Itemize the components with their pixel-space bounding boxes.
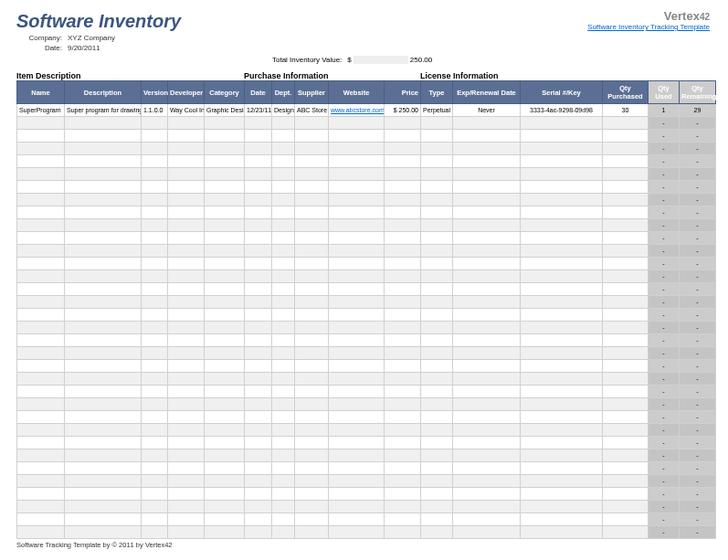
cell[interactable] [521,360,603,373]
table-row[interactable]: -- [17,513,716,526]
website-link[interactable]: www.abcstore.com [331,107,385,113]
cell[interactable]: - [649,437,680,449]
cell[interactable] [205,513,245,526]
cell[interactable] [421,194,453,206]
cell[interactable] [272,386,295,398]
cell[interactable] [329,398,385,411]
cell[interactable] [453,488,521,501]
cell[interactable]: - [649,360,680,373]
cell[interactable] [385,245,421,258]
cell[interactable] [245,501,272,513]
cell[interactable] [17,143,65,155]
cell-version[interactable]: 1.1.0.0 [142,104,168,117]
cell[interactable] [385,143,421,155]
cell[interactable] [385,117,421,130]
cell[interactable] [65,155,142,168]
cell[interactable] [272,219,295,232]
cell[interactable] [329,449,385,462]
cell[interactable] [603,130,649,143]
cell[interactable] [17,386,65,398]
cell[interactable] [385,232,421,245]
cell[interactable] [272,360,295,373]
cell[interactable] [205,117,245,130]
cell[interactable]: - [649,398,680,411]
cell[interactable] [205,219,245,232]
cell[interactable] [421,386,453,398]
cell[interactable] [205,501,245,513]
cell[interactable]: - [649,206,680,219]
cell[interactable]: - [680,232,716,245]
cell[interactable] [421,219,453,232]
cell[interactable] [603,245,649,258]
table-row[interactable]: -- [17,347,716,360]
cell[interactable] [385,398,421,411]
cell[interactable] [329,130,385,143]
cell[interactable] [65,168,142,181]
cell[interactable] [521,130,603,143]
cell[interactable] [295,155,329,168]
cell[interactable] [168,168,205,181]
cell[interactable] [603,219,649,232]
table-row[interactable]: -- [17,258,716,270]
cell[interactable]: - [649,143,680,155]
cell[interactable] [245,475,272,488]
cell[interactable] [205,437,245,449]
cell[interactable] [453,130,521,143]
cell[interactable] [329,309,385,322]
cell[interactable] [205,283,245,296]
cell[interactable] [521,411,603,424]
cell[interactable] [453,168,521,181]
cell-developer[interactable]: Way Cool Inc [168,104,205,117]
cell[interactable] [142,258,168,270]
cell[interactable] [168,309,205,322]
cell-type[interactable]: Perpetual [421,104,453,117]
cell[interactable] [329,373,385,386]
cell[interactable] [142,373,168,386]
cell[interactable] [17,270,65,283]
cell[interactable] [65,181,142,194]
cell[interactable]: - [680,168,716,181]
cell[interactable] [603,360,649,373]
cell[interactable] [521,143,603,155]
cell[interactable] [205,194,245,206]
cell[interactable] [245,424,272,437]
cell[interactable]: - [649,296,680,309]
cell[interactable] [521,194,603,206]
cell[interactable] [329,296,385,309]
cell[interactable] [168,143,205,155]
cell[interactable] [245,206,272,219]
cell[interactable]: - [680,322,716,334]
cell[interactable] [295,117,329,130]
cell[interactable] [17,117,65,130]
cell[interactable] [603,347,649,360]
cell[interactable]: - [680,526,716,539]
table-row[interactable]: -- [17,501,716,513]
cell[interactable] [142,424,168,437]
cell[interactable] [245,373,272,386]
cell[interactable] [65,488,142,501]
cell[interactable] [329,181,385,194]
cell[interactable] [603,488,649,501]
cell[interactable] [385,296,421,309]
table-row[interactable]: -- [17,270,716,283]
cell[interactable] [65,437,142,449]
cell[interactable] [453,475,521,488]
cell[interactable] [603,270,649,283]
cell[interactable] [142,219,168,232]
cell[interactable] [65,513,142,526]
cell[interactable] [17,411,65,424]
cell[interactable]: - [649,258,680,270]
cell[interactable] [168,270,205,283]
cell[interactable] [245,309,272,322]
cell[interactable] [205,270,245,283]
cell[interactable] [205,258,245,270]
cell[interactable] [603,462,649,475]
cell[interactable] [603,206,649,219]
cell[interactable] [453,309,521,322]
cell[interactable] [421,475,453,488]
cell[interactable] [521,258,603,270]
cell[interactable] [65,258,142,270]
cell[interactable] [421,117,453,130]
cell[interactable] [603,424,649,437]
cell[interactable] [329,206,385,219]
